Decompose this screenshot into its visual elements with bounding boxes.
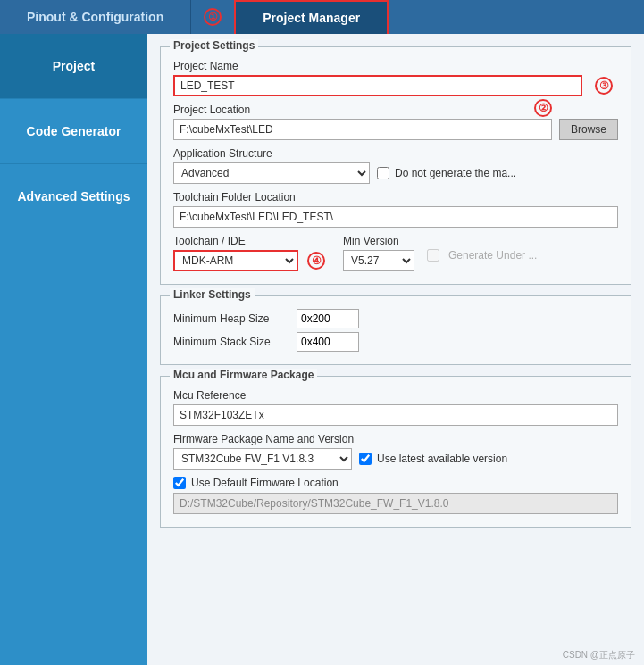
use-latest-checkbox[interactable] — [359, 453, 372, 465]
app-structure-label: Application Structure — [173, 147, 618, 160]
use-latest-label: Use latest available version — [377, 453, 507, 465]
min-stack-row: Minimum Stack Size — [173, 332, 618, 352]
project-name-input[interactable] — [173, 75, 582, 96]
project-location-input[interactable] — [173, 119, 552, 140]
mcu-ref-label: Mcu Reference — [173, 389, 618, 402]
do-not-generate-label: Do not generate the ma... — [395, 167, 516, 179]
mcu-firmware-title: Mcu and Firmware Package — [170, 369, 317, 381]
linker-settings-section: Linker Settings Minimum Heap Size Minimu… — [160, 295, 631, 365]
mcu-ref-input[interactable] — [173, 404, 618, 426]
do-not-generate-row: Do not generate the ma... — [377, 167, 516, 179]
badge-2: ② — [534, 99, 552, 117]
linker-settings-title: Linker Settings — [170, 288, 255, 301]
sidebar: Project Code Generator Advanced Settings — [0, 34, 147, 665]
generate-under-checkbox[interactable] — [427, 249, 439, 262]
fw-location-input — [173, 493, 618, 514]
do-not-generate-checkbox[interactable] — [377, 167, 389, 179]
sidebar-item-project[interactable]: Project — [0, 34, 147, 99]
use-default-fw-checkbox[interactable] — [173, 477, 186, 489]
sidebar-item-code-generator[interactable]: Code Generator — [0, 99, 147, 164]
badge-1: ① — [204, 8, 222, 26]
toolchain-row: Toolchain / IDE MDK-ARM Makefile SW4STM3… — [173, 231, 618, 271]
fw-package-label: Firmware Package Name and Version — [173, 433, 618, 445]
tab-project-manager[interactable]: Project Manager — [234, 0, 389, 34]
project-name-row: ③ — [173, 75, 618, 96]
min-version-col: Min Version V5.27 V5.26 — [343, 231, 414, 271]
sidebar-item-advanced-settings[interactable]: Advanced Settings — [0, 164, 147, 229]
toolchain-folder-input[interactable] — [173, 206, 618, 228]
generate-under-col: Generate Under ... — [427, 231, 537, 262]
watermark: CSDN @正点原子 — [563, 649, 635, 661]
project-location-row: ② Browse — [173, 119, 618, 140]
project-settings-section: Project Settings Project Name ③ Project … — [160, 46, 631, 285]
fw-package-select[interactable]: STM32Cube FW_F1 V1.8.3 — [173, 448, 352, 470]
generate-under-label: Generate Under ... — [448, 249, 537, 262]
tab-project-manager-label: Project Manager — [263, 11, 360, 25]
app-structure-select[interactable]: Advanced Basic — [173, 162, 370, 184]
toolchain-folder-label: Toolchain Folder Location — [173, 191, 618, 204]
badge-3: ③ — [595, 77, 613, 95]
app-structure-row: Advanced Basic Do not generate the ma... — [173, 162, 618, 184]
project-settings-title: Project Settings — [170, 39, 258, 52]
badge-4: ④ — [307, 252, 325, 270]
generate-under-row: Generate Under ... — [427, 249, 537, 262]
tab-pinout-label: Pinout & Configuration — [27, 10, 163, 24]
min-heap-row: Minimum Heap Size — [173, 309, 618, 328]
min-stack-input[interactable] — [297, 332, 359, 352]
main-layout: Project Code Generator Advanced Settings… — [0, 34, 644, 665]
toolchain-label: Toolchain / IDE — [173, 235, 330, 247]
use-default-fw-label: Use Default Firmware Location — [191, 477, 339, 489]
fw-package-row: STM32Cube FW_F1 V1.8.3 Use latest availa… — [173, 448, 618, 470]
tab-bar: Pinout & Configuration ① Project Manager — [0, 0, 644, 34]
use-default-fw-row: Use Default Firmware Location — [173, 477, 618, 489]
min-stack-label: Minimum Stack Size — [173, 336, 289, 348]
min-heap-input[interactable] — [297, 309, 359, 328]
mcu-firmware-section: Mcu and Firmware Package Mcu Reference F… — [160, 376, 631, 528]
project-name-label: Project Name — [173, 60, 618, 72]
tab-pinout[interactable]: Pinout & Configuration — [0, 0, 191, 34]
use-latest-row: Use latest available version — [359, 453, 507, 465]
browse-button[interactable]: Browse — [559, 119, 618, 140]
min-heap-label: Minimum Heap Size — [173, 312, 289, 325]
toolchain-select[interactable]: MDK-ARM Makefile SW4STM32 TrueSTUDIO — [173, 250, 298, 271]
content-area: Project Settings Project Name ③ Project … — [147, 34, 644, 665]
toolchain-col: Toolchain / IDE MDK-ARM Makefile SW4STM3… — [173, 231, 330, 271]
min-version-label: Min Version — [343, 235, 414, 247]
min-version-select[interactable]: V5.27 V5.26 — [343, 250, 414, 271]
